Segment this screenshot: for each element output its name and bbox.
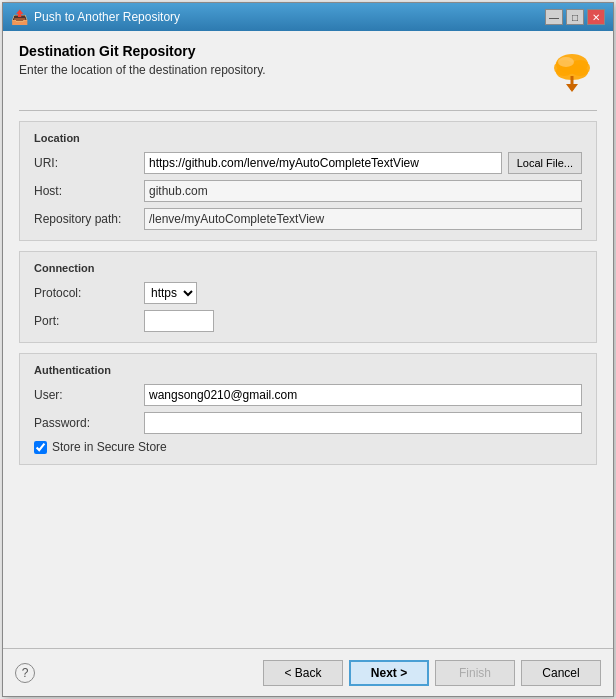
host-input	[144, 180, 582, 202]
header-divider	[19, 110, 597, 111]
spacer	[19, 475, 597, 636]
protocol-select[interactable]: https http git ssh	[144, 282, 197, 304]
titlebar-controls: — □ ✕	[545, 9, 605, 25]
back-button[interactable]: < Back	[263, 660, 343, 686]
password-label: Password:	[34, 416, 144, 430]
connection-section: Connection Protocol: https http git ssh …	[19, 251, 597, 343]
minimize-button[interactable]: —	[545, 9, 563, 25]
window-icon: 📤	[11, 9, 28, 25]
port-row: Port:	[34, 310, 582, 332]
port-input[interactable]	[144, 310, 214, 332]
local-file-button[interactable]: Local File...	[508, 152, 582, 174]
page-title: Destination Git Repository	[19, 43, 547, 59]
password-input[interactable]	[144, 412, 582, 434]
finish-button[interactable]: Finish	[435, 660, 515, 686]
bottom-buttons: < Back Next > Finish Cancel	[263, 660, 601, 686]
repo-path-input	[144, 208, 582, 230]
store-checkbox[interactable]	[34, 441, 47, 454]
cloud-icon	[547, 43, 597, 98]
host-label: Host:	[34, 184, 144, 198]
maximize-button[interactable]: □	[566, 9, 584, 25]
auth-section-label: Authentication	[34, 364, 582, 376]
main-content: Destination Git Repository Enter the loc…	[3, 31, 613, 648]
store-checkbox-row: Store in Secure Store	[34, 440, 582, 454]
connection-section-label: Connection	[34, 262, 582, 274]
titlebar: 📤 Push to Another Repository — □ ✕	[3, 3, 613, 31]
uri-row: URI: Local File...	[34, 152, 582, 174]
uri-input[interactable]	[144, 152, 502, 174]
header-section: Destination Git Repository Enter the loc…	[19, 43, 597, 98]
cancel-button[interactable]: Cancel	[521, 660, 601, 686]
repo-path-row: Repository path:	[34, 208, 582, 230]
window: 📤 Push to Another Repository — □ ✕ Desti…	[2, 2, 614, 697]
auth-section: Authentication User: Password: Store in …	[19, 353, 597, 465]
user-label: User:	[34, 388, 144, 402]
location-section: Location URI: Local File... Host: Reposi…	[19, 121, 597, 241]
user-input[interactable]	[144, 384, 582, 406]
close-button[interactable]: ✕	[587, 9, 605, 25]
help-button[interactable]: ?	[15, 663, 35, 683]
svg-point-4	[558, 57, 574, 67]
window-title: Push to Another Repository	[34, 10, 180, 24]
password-row: Password:	[34, 412, 582, 434]
uri-label: URI:	[34, 156, 144, 170]
host-row: Host:	[34, 180, 582, 202]
repo-path-label: Repository path:	[34, 212, 144, 226]
location-section-label: Location	[34, 132, 582, 144]
svg-marker-6	[566, 84, 578, 92]
protocol-row: Protocol: https http git ssh	[34, 282, 582, 304]
next-button[interactable]: Next >	[349, 660, 429, 686]
user-row: User:	[34, 384, 582, 406]
bottom-bar: ? < Back Next > Finish Cancel	[3, 648, 613, 696]
page-subtitle: Enter the location of the destination re…	[19, 63, 547, 77]
store-label[interactable]: Store in Secure Store	[52, 440, 167, 454]
port-label: Port:	[34, 314, 144, 328]
protocol-label: Protocol:	[34, 286, 144, 300]
titlebar-title: 📤 Push to Another Repository	[11, 9, 180, 25]
header-text: Destination Git Repository Enter the loc…	[19, 43, 547, 77]
